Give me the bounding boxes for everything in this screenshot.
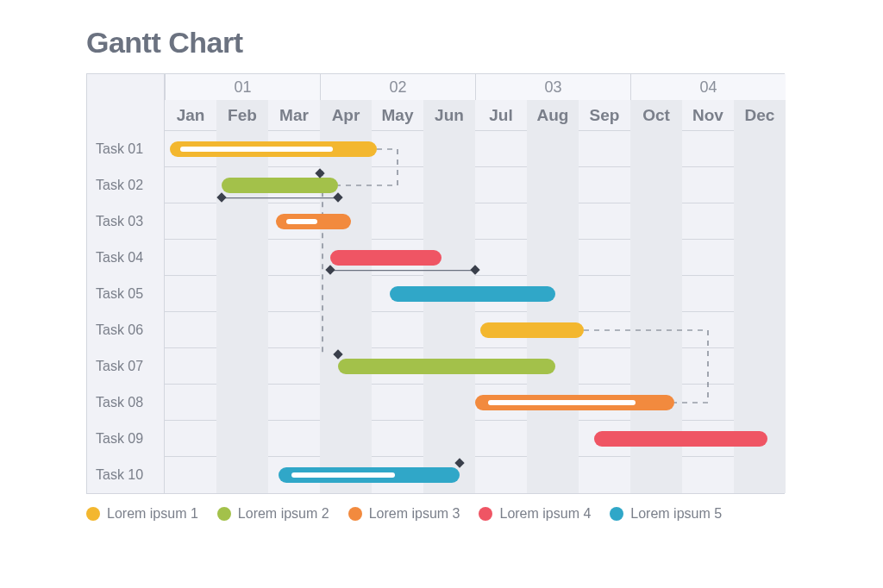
month-label: Jun	[423, 100, 475, 131]
legend-label: Lorem ipsum 5	[630, 506, 722, 522]
task-row: Task 09	[87, 421, 784, 457]
task-label: Task 07	[87, 348, 165, 385]
task-row: Task 05	[87, 276, 784, 312]
task-row: Task 04	[87, 240, 784, 276]
legend-label: Lorem ipsum 2	[238, 506, 329, 522]
task-rows: Task 01Task 02Task 03Task 04Task 05Task …	[87, 131, 784, 493]
task-row: Task 07	[87, 348, 784, 385]
month-label: Apr	[320, 100, 372, 131]
task-label: Task 02	[87, 167, 165, 203]
task-row: Task 10	[87, 457, 784, 493]
month-header-row: JanFebMarAprMayJunJulAugSepOctNovDec	[87, 100, 784, 131]
legend-item: Lorem ipsum 1	[86, 506, 198, 522]
quarter-label: 01	[165, 74, 320, 100]
task-row: Task 03	[87, 203, 784, 240]
month-label: Sep	[579, 100, 630, 131]
quarter-label: 03	[475, 74, 630, 100]
legend-swatch	[479, 507, 492, 521]
legend-swatch	[86, 507, 100, 521]
legend-item: Lorem ipsum 5	[610, 506, 722, 522]
legend-swatch	[610, 507, 623, 521]
legend-swatch	[217, 507, 231, 521]
month-label: Oct	[630, 100, 682, 131]
task-label: Task 04	[87, 240, 165, 276]
task-label: Task 03	[87, 203, 165, 240]
legend-item: Lorem ipsum 2	[217, 506, 329, 522]
legend-item: Lorem ipsum 3	[348, 506, 460, 522]
legend-label: Lorem ipsum 4	[499, 506, 591, 522]
task-label: Task 08	[87, 385, 165, 421]
month-label: Nov	[682, 100, 734, 131]
month-label: Mar	[268, 100, 320, 131]
quarter-label: 02	[320, 74, 475, 100]
month-label: Jul	[475, 100, 527, 131]
gantt-chart: 01 02 03 04 JanFebMarAprMayJunJulAugSepO…	[86, 73, 785, 494]
quarter-label: 04	[630, 74, 786, 100]
month-label: Jan	[165, 100, 216, 131]
month-label: Feb	[216, 100, 268, 131]
task-label: Task 09	[87, 421, 165, 457]
legend-item: Lorem ipsum 4	[479, 506, 591, 522]
legend-swatch	[348, 507, 362, 521]
task-row: Task 08	[87, 385, 784, 421]
task-label: Task 06	[87, 312, 165, 348]
legend-label: Lorem ipsum 1	[107, 506, 198, 522]
task-row: Task 02	[87, 167, 784, 203]
task-row: Task 01	[87, 131, 784, 167]
month-label: Dec	[734, 100, 786, 131]
task-row: Task 06	[87, 312, 784, 348]
quarter-header-row: 01 02 03 04	[87, 74, 784, 100]
month-label: May	[372, 100, 423, 131]
month-label: Aug	[527, 100, 579, 131]
task-label: Task 10	[87, 457, 165, 493]
task-label: Task 05	[87, 276, 165, 312]
chart-title: Gantt Chart	[86, 26, 857, 59]
legend: Lorem ipsum 1Lorem ipsum 2Lorem ipsum 3L…	[86, 506, 857, 522]
legend-label: Lorem ipsum 3	[369, 506, 460, 522]
task-label: Task 01	[87, 131, 165, 167]
